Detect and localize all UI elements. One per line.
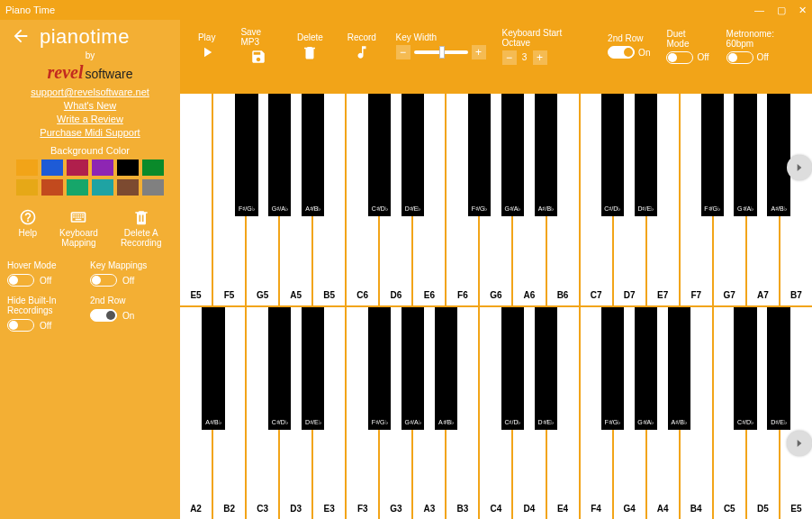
black-key-label: F♯/G♭ — [701, 205, 724, 213]
black-key[interactable]: A♯/B♭ — [767, 94, 789, 216]
black-key[interactable]: D♯/E♭ — [302, 307, 324, 430]
whats-new-link[interactable]: What's New — [7, 100, 173, 111]
sidebar-links: support@revelsoftware.net What's New Wri… — [7, 86, 173, 138]
white-key-label: C6 — [347, 290, 378, 300]
white-key-label: E3 — [313, 504, 345, 514]
black-key-label: G♯/A♭ — [734, 205, 756, 213]
white-key-label: E7 — [647, 290, 679, 300]
black-key[interactable]: C♯/D♭ — [734, 307, 756, 430]
black-key[interactable]: G♯/A♭ — [734, 94, 756, 216]
duet-mode-toggle[interactable] — [666, 51, 693, 64]
black-key[interactable]: A♯/B♭ — [202, 307, 224, 430]
white-key-label: E6 — [413, 290, 445, 300]
black-key-label: C♯/D♭ — [601, 205, 624, 213]
window-title: Piano Time — [5, 5, 754, 15]
key-width-minus[interactable]: − — [396, 45, 411, 59]
color-swatch[interactable] — [92, 179, 113, 196]
color-swatch[interactable] — [92, 159, 113, 176]
delete-recording-button[interactable]: Delete A Recording — [121, 208, 162, 248]
black-key[interactable]: A♯/B♭ — [668, 307, 690, 430]
key-width-slider[interactable] — [414, 50, 468, 54]
delete-button[interactable]: Delete — [293, 32, 328, 60]
color-swatch[interactable] — [117, 159, 139, 176]
black-key[interactable]: C♯/D♭ — [368, 94, 391, 216]
black-key-label: C♯/D♭ — [268, 419, 291, 426]
black-key[interactable]: F♯/G♭ — [368, 307, 391, 430]
white-key-label: A7 — [747, 290, 779, 300]
hover-mode-toggle[interactable] — [7, 274, 34, 287]
metronome-toggle[interactable] — [726, 51, 753, 64]
color-swatch[interactable] — [16, 159, 38, 176]
support-email-link[interactable]: support@revelsoftware.net — [7, 86, 173, 97]
back-icon[interactable] — [11, 26, 31, 48]
purchase-midi-link[interactable]: Purchase Midi Support — [7, 127, 173, 138]
black-key[interactable]: A♯/B♭ — [302, 94, 324, 216]
black-key[interactable]: G♯/A♭ — [401, 307, 424, 430]
color-swatch[interactable] — [67, 179, 88, 196]
black-key[interactable]: D♯/E♭ — [535, 307, 557, 430]
black-key[interactable]: A♯/B♭ — [435, 307, 457, 430]
black-key[interactable]: C♯/D♭ — [268, 307, 291, 430]
black-key[interactable]: D♯/E♭ — [767, 307, 789, 430]
white-key-label: E4 — [547, 504, 579, 514]
black-key[interactable]: C♯/D♭ — [601, 94, 624, 216]
black-key[interactable]: D♯/E♭ — [401, 94, 424, 216]
black-key[interactable]: G♯/A♭ — [501, 94, 524, 216]
white-key-label: D7 — [614, 290, 645, 300]
octave-plus[interactable]: + — [533, 50, 547, 65]
hide-builtin-toggle[interactable] — [7, 319, 34, 332]
second-row-toolbar-toggle[interactable] — [608, 46, 635, 59]
color-swatch[interactable] — [41, 179, 63, 196]
keyboard-mapping-button[interactable]: Keyboard Mapping — [59, 208, 98, 248]
black-key[interactable]: G♯/A♭ — [268, 94, 291, 216]
black-key[interactable]: F♯/G♭ — [701, 94, 724, 216]
key-width-plus[interactable]: + — [472, 45, 486, 59]
black-key-label: F♯/G♭ — [235, 205, 257, 213]
color-swatch[interactable] — [16, 179, 38, 196]
white-key-label: A2 — [180, 504, 212, 514]
white-key[interactable]: E5 — [180, 94, 213, 305]
color-swatch[interactable] — [67, 159, 88, 176]
black-key[interactable]: A♯/B♭ — [535, 94, 557, 216]
duet-mode-control: Duet Mode Off — [666, 29, 709, 64]
record-button[interactable]: Record — [344, 32, 379, 60]
white-key-label: E5 — [780, 504, 812, 514]
black-key-label: C♯/D♭ — [501, 419, 524, 426]
key-mappings-toggle[interactable] — [90, 274, 117, 287]
maximize-button[interactable]: ▢ — [777, 5, 786, 16]
black-key[interactable]: D♯/E♭ — [635, 94, 657, 216]
color-swatch[interactable] — [142, 179, 164, 196]
black-key-label: A♯/B♭ — [202, 419, 224, 426]
black-key[interactable]: F♯/G♭ — [235, 94, 257, 216]
help-button[interactable]: Help — [19, 208, 38, 248]
write-review-link[interactable]: Write a Review — [7, 114, 173, 124]
color-swatch[interactable] — [117, 179, 139, 196]
black-key[interactable]: C♯/D♭ — [501, 307, 524, 430]
octave-minus[interactable]: − — [502, 50, 517, 65]
black-key[interactable]: F♯/G♭ — [468, 94, 491, 216]
white-key-label: A3 — [413, 504, 445, 514]
second-row-toolbar: 2nd Row On — [608, 33, 650, 59]
white-key-label: B2 — [213, 504, 245, 514]
start-octave-control: Keyboard Start Octave − 3 + — [502, 28, 592, 65]
color-swatch[interactable] — [142, 159, 164, 176]
white-key-label: B4 — [681, 504, 712, 514]
hide-builtin-label: Hide Built-In Recordings — [7, 296, 90, 315]
keyboard-bottom: A2B2C3D3E3F3G3A3B3C4D4E4F4G4A4B4C5D5E5A♯… — [180, 305, 812, 519]
scroll-right-top[interactable] — [787, 155, 812, 180]
black-key[interactable]: F♯/G♭ — [601, 307, 624, 430]
color-swatch[interactable] — [41, 159, 63, 176]
black-key[interactable]: G♯/A♭ — [635, 307, 657, 430]
save-mp3-button[interactable]: Save MP3 — [240, 27, 275, 65]
black-key-label: D♯/E♭ — [535, 419, 557, 426]
close-button[interactable]: ✕ — [798, 5, 807, 16]
second-row-toggle[interactable] — [90, 309, 117, 322]
black-key-label: A♯/B♭ — [535, 205, 557, 213]
white-key-label: G3 — [380, 504, 411, 514]
minimize-button[interactable]: — — [754, 5, 764, 16]
white-key-label: F7 — [681, 290, 712, 300]
window-controls: — ▢ ✕ — [754, 5, 807, 16]
scroll-right-bottom[interactable] — [787, 431, 812, 456]
black-key-label: A♯/B♭ — [767, 205, 789, 213]
play-button[interactable]: Play — [189, 32, 224, 60]
